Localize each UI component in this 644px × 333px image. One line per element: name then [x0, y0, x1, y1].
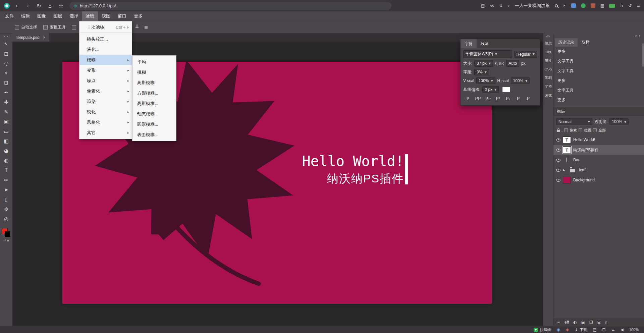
history-entry[interactable]: 文字工具 [553, 56, 644, 66]
forward-icon[interactable]: › [24, 3, 32, 9]
align-bottom-icon[interactable]: ┻ [132, 24, 142, 30]
blur-submenu-item[interactable]: 动态模糊... [132, 109, 176, 119]
blur-tool-icon[interactable]: ◕ [0, 146, 12, 156]
hand-tool-icon[interactable]: ✥ [0, 205, 12, 214]
eraser-tool-icon[interactable]: ▭ [0, 127, 12, 136]
pen-tool-icon[interactable]: ✑ [0, 175, 12, 185]
lock-position-checkbox[interactable] [579, 128, 582, 132]
undo-icon[interactable]: ↺ [628, 3, 632, 8]
new-layer-icon[interactable]: ⊞ [597, 320, 601, 325]
blur-submenu-item[interactable]: 模糊 [132, 67, 176, 77]
tab-sample[interactable]: 取样 [578, 38, 593, 47]
layer-row[interactable]: ▶ leaf [553, 165, 644, 175]
zoom-level[interactable]: 100% [629, 328, 639, 332]
window-icon[interactable]: ⊡ [602, 327, 606, 332]
lock-all-checkbox[interactable] [593, 128, 597, 132]
flash-icon[interactable]: ↯ [499, 3, 502, 8]
panel-tab-paragraph[interactable]: 段落 [543, 91, 553, 100]
baseline-input[interactable]: 0 px ▼ [482, 86, 499, 93]
layer-row[interactable]: ▶ 纳沃纳PS插件 [553, 145, 644, 155]
menu-bar-item[interactable]: 文件 [1, 11, 17, 21]
filter-menu-item[interactable]: 噪点 ▸ [79, 75, 132, 86]
menu-bar-item[interactable]: 窗口 [114, 11, 130, 21]
panel-tab-character[interactable]: 字符 [543, 82, 553, 91]
blend-mode-select[interactable]: Normal ▼ [556, 118, 592, 125]
history-entry[interactable]: 更多 [553, 47, 644, 56]
text-color-swatch[interactable] [502, 87, 510, 92]
path-select-tool-icon[interactable]: ➤ [0, 185, 12, 195]
filter-menu-item[interactable]: 液化... ▸ [79, 44, 132, 55]
layer-visibility-toggle[interactable] [556, 169, 560, 172]
blur-submenu-item[interactable]: 平均 [132, 57, 176, 67]
vscale-input[interactable]: 100% ▼ [476, 77, 495, 84]
subscript-button[interactable]: P₂ [503, 96, 513, 102]
blur-submenu-item[interactable]: 圆形模糊... [132, 119, 176, 129]
list-icon[interactable]: ≡ [611, 327, 615, 332]
headset-icon[interactable]: ∩ [620, 3, 623, 8]
dodge-tool-icon[interactable]: ◐ [0, 156, 12, 166]
refresh-icon[interactable]: ↻ [35, 3, 43, 9]
transform-checkbox[interactable] [43, 25, 48, 30]
blur-submenu-item[interactable]: 方形模糊... [132, 88, 176, 98]
quick-clip-button[interactable]: ▶ 快剪辑 [534, 327, 551, 332]
tracking-input[interactable]: 0% ▼ [474, 69, 489, 75]
bookmark-star-icon[interactable]: ☆ [57, 3, 65, 9]
menu-bar-item[interactable]: 滤镜 [82, 11, 98, 21]
layer-row[interactable]: ▶ Hello World! [553, 135, 644, 145]
filter-menu-item[interactable]: 渲染 ▸ [79, 96, 132, 107]
close-tab-icon[interactable]: × [43, 35, 46, 40]
tab-history[interactable]: 历史记录 [555, 38, 578, 47]
brush-tool-icon[interactable]: ✎ [0, 107, 12, 117]
url-text[interactable]: http://127.0.0.1/ps/ [80, 3, 116, 8]
options-extra-checkbox[interactable] [72, 25, 76, 30]
collapse-strip-icon[interactable]: <> [546, 33, 550, 39]
history-entry[interactable]: 更多 [553, 95, 644, 105]
layer-row[interactable]: ▶ Bar [553, 155, 644, 165]
share-icon[interactable]: ≪ [490, 3, 494, 8]
download-button[interactable]: ↓ 下载 [575, 327, 587, 332]
camera-icon[interactable]: ◈ [566, 327, 569, 332]
home-icon[interactable]: ⌂ [46, 3, 54, 9]
zoom-tool-icon[interactable]: ◎ [0, 214, 12, 224]
font-style-select[interactable]: Regular ▼ [514, 51, 537, 58]
extension-green-icon[interactable] [581, 3, 586, 8]
strikethrough-button[interactable]: P̶ [524, 96, 533, 102]
history-entry[interactable]: 文字工具 [553, 86, 644, 95]
layer-visibility-toggle[interactable] [556, 179, 560, 182]
underline-button[interactable]: P̲ [514, 96, 523, 102]
extension-brown-icon[interactable] [591, 3, 595, 8]
tab-character[interactable]: 字符 [461, 39, 477, 48]
filter-menu-item[interactable]: 其它 ▸ [79, 127, 132, 138]
menu-bar-item[interactable]: 更多 [130, 11, 146, 21]
new-group-icon[interactable]: ❒ [589, 320, 593, 325]
reader-mode-icon[interactable]: ▤ [481, 3, 485, 8]
volume-icon[interactable]: ◀ [621, 327, 624, 332]
background-color-swatch[interactable] [5, 231, 11, 237]
extension-blue-icon[interactable] [571, 3, 576, 8]
panel-tab-info[interactable]: 信息 [543, 39, 553, 48]
filter-menu-item[interactable]: 镜头校正... ▸ [79, 34, 132, 44]
layer-mask-icon[interactable]: ▣ [581, 320, 585, 325]
healing-brush-tool-icon[interactable]: ✚ [0, 98, 12, 107]
faux-italic-button[interactable]: PP [473, 96, 482, 102]
search-icon[interactable] [555, 4, 558, 7]
chevron-down-icon[interactable]: ∨ [507, 4, 510, 7]
blur-submenu-item[interactable]: 高斯模糊... [132, 98, 176, 109]
globe-icon[interactable]: ◉ [556, 327, 560, 332]
auto-select-checkbox[interactable] [15, 25, 19, 30]
blur-submenu-item[interactable]: 表面模糊... [132, 129, 176, 140]
battery-icon[interactable] [609, 4, 615, 8]
delete-layer-icon[interactable]: ▯ [605, 320, 607, 325]
collapse-toolbar-icon[interactable]: > < [3, 34, 9, 39]
layer-effects-button[interactable]: eff [565, 320, 569, 325]
lasso-tool-icon[interactable]: ◌ [0, 59, 12, 68]
leading-input[interactable]: Auto [506, 60, 519, 67]
panel-scrollbar[interactable] [642, 43, 644, 67]
back-icon[interactable]: ‹ [13, 3, 21, 9]
font-family-select[interactable]: 华康圆体W5(P) ▼ [463, 50, 512, 58]
eyedropper-tool-icon[interactable]: ✒ [0, 88, 12, 98]
document-tab[interactable]: template.psd × [12, 33, 49, 42]
lock-pixels-checkbox[interactable] [564, 128, 568, 132]
hamburger-menu-icon[interactable]: ≡ [637, 3, 640, 8]
layer-row[interactable]: ▶ Background [553, 175, 644, 185]
